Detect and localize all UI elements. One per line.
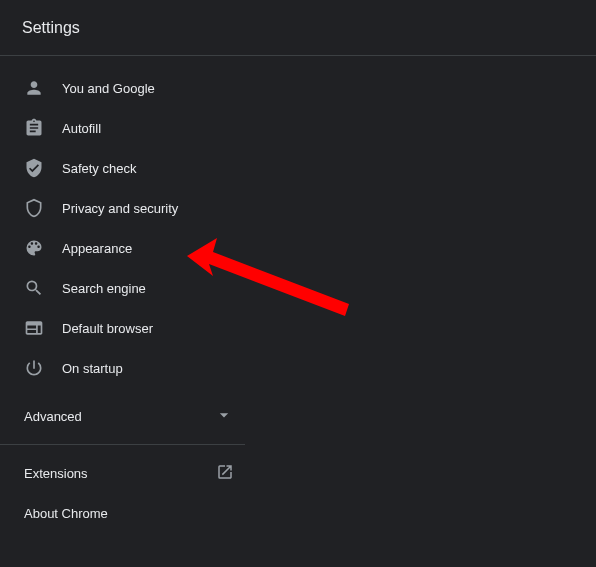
sidebar-item-label: Default browser <box>62 321 153 336</box>
sidebar-item-default-browser[interactable]: Default browser <box>0 308 256 348</box>
sidebar-item-safety-check[interactable]: Safety check <box>0 148 256 188</box>
header: Settings <box>0 0 596 56</box>
sidebar-item-label: Safety check <box>62 161 136 176</box>
content-area: You and Google Autofill Safety check Pri… <box>0 56 596 533</box>
appearance-icon <box>24 238 44 258</box>
startup-icon <box>24 358 44 378</box>
sidebar-item-search-engine[interactable]: Search engine <box>0 268 256 308</box>
browser-icon <box>24 318 44 338</box>
sidebar-item-appearance[interactable]: Appearance <box>0 228 256 268</box>
divider <box>0 444 245 445</box>
sidebar-item-on-startup[interactable]: On startup <box>0 348 256 388</box>
sidebar-item-extensions[interactable]: Extensions <box>0 453 256 493</box>
page-title: Settings <box>22 19 80 37</box>
chevron-down-icon <box>214 405 234 428</box>
safety-check-icon <box>24 158 44 178</box>
sidebar-item-label: You and Google <box>62 81 155 96</box>
sidebar-item-label: On startup <box>62 361 123 376</box>
sidebar-item-autofill[interactable]: Autofill <box>0 108 256 148</box>
about-label: About Chrome <box>24 506 108 521</box>
sidebar-item-you-and-google[interactable]: You and Google <box>0 68 256 108</box>
person-icon <box>24 78 44 98</box>
advanced-label: Advanced <box>24 409 82 424</box>
extensions-label: Extensions <box>24 466 88 481</box>
sidebar-item-label: Privacy and security <box>62 201 178 216</box>
settings-sidebar: You and Google Autofill Safety check Pri… <box>0 56 256 533</box>
sidebar-item-privacy-and-security[interactable]: Privacy and security <box>0 188 256 228</box>
autofill-icon <box>24 118 44 138</box>
open-external-icon <box>216 463 234 484</box>
privacy-icon <box>24 198 44 218</box>
sidebar-item-label: Autofill <box>62 121 101 136</box>
sidebar-item-about-chrome[interactable]: About Chrome <box>0 493 256 533</box>
search-icon <box>24 278 44 298</box>
sidebar-item-label: Search engine <box>62 281 146 296</box>
sidebar-item-label: Appearance <box>62 241 132 256</box>
sidebar-advanced-toggle[interactable]: Advanced <box>0 396 256 436</box>
nav-list: You and Google Autofill Safety check Pri… <box>0 68 256 388</box>
